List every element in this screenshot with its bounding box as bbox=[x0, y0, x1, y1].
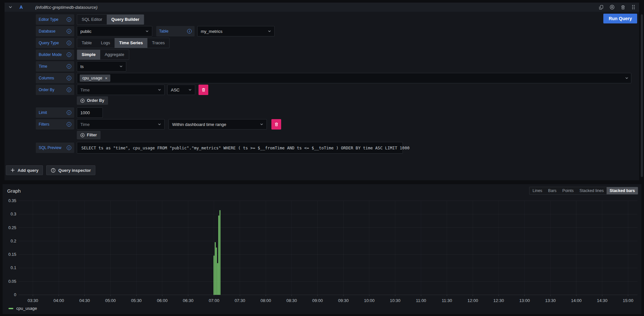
option-stacked-lines[interactable]: Stacked lines bbox=[577, 187, 607, 194]
column-tag[interactable]: cpu_usage✕ bbox=[80, 75, 110, 82]
legend-item-cpu-usage[interactable]: cpu_usage bbox=[8, 306, 37, 311]
hide-response-eye-icon[interactable] bbox=[610, 5, 615, 10]
filters-label-chip: Filters i bbox=[36, 119, 74, 130]
plus-circle-icon bbox=[80, 133, 85, 137]
delete-query-icon[interactable] bbox=[621, 5, 625, 10]
scrollbar[interactable] bbox=[641, 14, 643, 177]
chevron-down-icon bbox=[268, 30, 271, 33]
info-icon[interactable]: i bbox=[67, 88, 71, 92]
order-by-row: Order By i Time ASC bbox=[36, 85, 634, 95]
bar-cpu_usage-07:01 bbox=[215, 242, 216, 295]
info-icon[interactable]: i bbox=[187, 29, 192, 34]
chevron-down-icon bbox=[188, 88, 192, 91]
query-type-row: Query Type i TableLogsTime SeriesTraces bbox=[36, 38, 634, 48]
remove-tag-icon[interactable]: ✕ bbox=[105, 76, 107, 80]
add-filter-label: Filter bbox=[87, 133, 97, 137]
option-table[interactable]: Table bbox=[77, 38, 96, 48]
order-by-label-chip: Order By i bbox=[36, 85, 74, 95]
svg-text:03:30: 03:30 bbox=[28, 298, 38, 303]
info-icon[interactable]: i bbox=[67, 29, 71, 34]
duplicate-query-icon[interactable] bbox=[599, 5, 604, 10]
svg-text:12:30: 12:30 bbox=[493, 298, 504, 303]
svg-text:06:30: 06:30 bbox=[183, 298, 194, 303]
filter-column-select[interactable]: Time bbox=[77, 119, 165, 130]
query-row-header: A (info8fcc-greptimedb-datasource) bbox=[5, 3, 639, 12]
option-simple[interactable]: Simple bbox=[77, 50, 100, 60]
add-order-by-button[interactable]: Order By bbox=[77, 96, 108, 105]
query-editor-section: A (info8fcc-greptimedb-datasource) Run Q bbox=[5, 3, 639, 180]
info-icon[interactable]: i bbox=[67, 64, 71, 69]
limit-input[interactable] bbox=[77, 107, 103, 118]
query-inspector-button[interactable]: Query inspector bbox=[46, 165, 95, 175]
collapse-chevron-icon[interactable] bbox=[8, 5, 12, 9]
order-by-column-select[interactable]: Time bbox=[77, 85, 165, 95]
add-filter-button[interactable]: Filter bbox=[77, 131, 101, 139]
option-logs[interactable]: Logs bbox=[96, 38, 115, 48]
add-query-label: Add query bbox=[18, 168, 38, 173]
limit-label: Limit bbox=[39, 110, 47, 115]
option-stacked-bars[interactable]: Stacked bars bbox=[607, 187, 638, 194]
option-lines[interactable]: Lines bbox=[529, 187, 545, 194]
info-icon[interactable]: i bbox=[67, 17, 71, 22]
columns-tags: cpu_usage✕ bbox=[80, 75, 622, 82]
filter-condition-select[interactable]: Within dashboard time range bbox=[169, 119, 267, 130]
editor-type-toggle: SQL EditorQuery Builder bbox=[77, 14, 144, 25]
svg-text:09:00: 09:00 bbox=[312, 298, 323, 303]
chevron-down-icon bbox=[158, 123, 161, 126]
run-query-button[interactable]: Run Query bbox=[603, 14, 637, 23]
query-ref-id[interactable]: A bbox=[20, 5, 23, 10]
table-select[interactable]: my_metrics bbox=[197, 26, 275, 36]
time-label: Time bbox=[39, 64, 47, 69]
database-label: Database bbox=[39, 29, 55, 34]
graph-panel-header: Graph LinesBarsPointsStacked linesStacke… bbox=[3, 184, 641, 196]
info-icon[interactable]: i bbox=[67, 145, 71, 150]
chevron-down-icon bbox=[158, 88, 161, 91]
database-label-chip: Database i bbox=[36, 26, 74, 36]
trash-icon bbox=[201, 88, 206, 92]
svg-text:0: 0 bbox=[14, 293, 16, 297]
time-column-select[interactable]: ts bbox=[77, 61, 126, 72]
editor-footer-actions: Add query Query inspector bbox=[6, 165, 634, 175]
remove-filter-button[interactable] bbox=[271, 119, 281, 130]
svg-text:0.05: 0.05 bbox=[8, 279, 16, 284]
sql-preview-text: SELECT ts as "time", cpu_usage FROM "pub… bbox=[81, 145, 409, 150]
remove-order-by-button[interactable] bbox=[199, 85, 208, 95]
time-label-chip: Time i bbox=[36, 61, 74, 72]
limit-row: Limit i bbox=[36, 107, 634, 118]
bar-cpu_usage-07:07 bbox=[219, 210, 220, 295]
bar-cpu_usage-07:04 bbox=[217, 263, 218, 295]
add-order-by-row: Order By bbox=[77, 96, 634, 105]
columns-multiselect[interactable]: cpu_usage✕ bbox=[77, 73, 631, 83]
option-aggregate[interactable]: Aggregate bbox=[100, 50, 129, 60]
query-type-toggle: TableLogsTime SeriesTraces bbox=[77, 38, 170, 48]
option-time-series[interactable]: Time Series bbox=[115, 38, 147, 48]
option-traces[interactable]: Traces bbox=[147, 38, 169, 48]
query-row-actions bbox=[599, 5, 635, 10]
database-select[interactable]: public bbox=[77, 26, 152, 36]
trash-icon bbox=[274, 122, 279, 127]
time-row: Time i ts bbox=[36, 61, 634, 72]
option-query-builder[interactable]: Query Builder bbox=[107, 15, 144, 24]
table-label-chip: Table i bbox=[156, 26, 195, 36]
plus-circle-icon bbox=[80, 99, 85, 103]
time-column-value: ts bbox=[80, 64, 116, 69]
database-row: Database i public Table i my_metrics bbox=[36, 26, 634, 36]
svg-text:0.3: 0.3 bbox=[11, 212, 16, 216]
svg-text:04:30: 04:30 bbox=[79, 298, 90, 303]
sql-preview-box: SELECT ts as "time", cpu_usage FROM "pub… bbox=[77, 142, 403, 154]
info-icon[interactable]: i bbox=[67, 52, 71, 57]
order-by-direction-select[interactable]: ASC bbox=[167, 85, 195, 95]
add-query-button[interactable]: Add query bbox=[6, 165, 43, 175]
info-icon[interactable]: i bbox=[67, 122, 71, 127]
page: A (info8fcc-greptimedb-datasource) Run Q bbox=[0, 0, 644, 316]
svg-text:07:30: 07:30 bbox=[235, 298, 245, 303]
option-bars[interactable]: Bars bbox=[545, 187, 559, 194]
drag-handle-grip-icon[interactable] bbox=[631, 5, 635, 10]
info-icon[interactable]: i bbox=[67, 110, 71, 115]
query-type-label-chip: Query Type i bbox=[36, 38, 74, 48]
info-icon[interactable]: i bbox=[67, 41, 71, 45]
option-points[interactable]: Points bbox=[559, 187, 577, 194]
columns-row: Columns i cpu_usage✕ bbox=[36, 73, 634, 83]
option-sql-editor[interactable]: SQL Editor bbox=[77, 15, 107, 24]
info-icon[interactable]: i bbox=[67, 76, 71, 80]
